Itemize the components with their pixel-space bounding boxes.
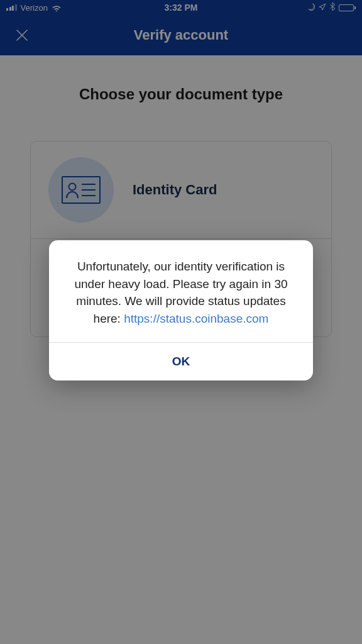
alert-dialog: Unfortunately, our identity verification…: [49, 240, 313, 380]
alert-status-link[interactable]: https://status.coinbase.com: [124, 312, 268, 325]
modal-overlay: Unfortunately, our identity verification…: [0, 0, 362, 644]
alert-ok-button[interactable]: OK: [49, 343, 313, 380]
alert-message: Unfortunately, our identity verification…: [49, 240, 313, 342]
alert-actions: OK: [49, 342, 313, 380]
